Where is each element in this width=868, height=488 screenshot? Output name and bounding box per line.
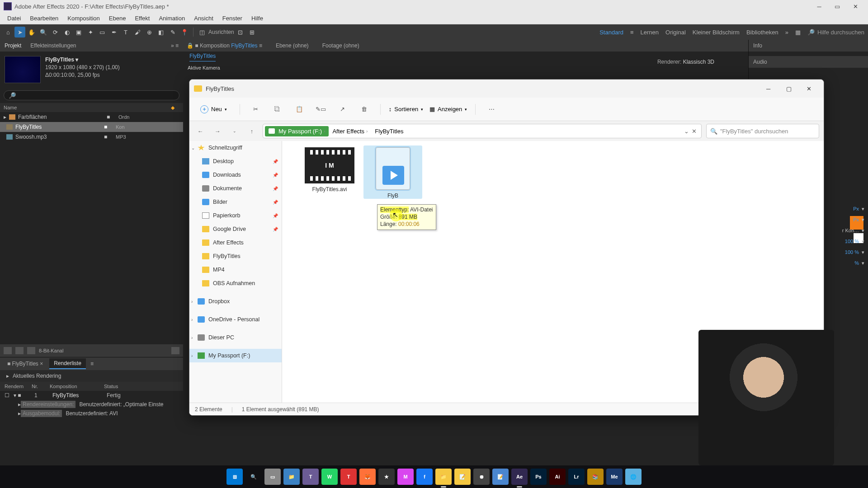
render-settings-row[interactable]: ▸ Rendereinstellungen: Benutzerdefiniert… <box>0 400 183 409</box>
crumb-after-effects[interactable]: After Effects› <box>329 126 371 136</box>
file-item-2[interactable]: FlyB <box>363 145 422 199</box>
view-button[interactable]: ▦ Anzeigen ▾ <box>429 106 467 113</box>
puppet-tool[interactable]: 📍 <box>179 27 190 38</box>
taskbar-icon-17[interactable]: Ai <box>549 469 566 485</box>
taskbar-icon-1[interactable]: 🔍 <box>245 469 262 485</box>
project-item-swoosh[interactable]: Swoosh.mp3 ■ MP3 <box>0 132 183 142</box>
sort-button[interactable]: ↕ Sortieren ▾ <box>389 106 423 113</box>
tab-audio[interactable]: Audio <box>749 56 868 68</box>
sidebar-googledrive[interactable]: Google Drive📌 <box>189 222 282 236</box>
explorer-close-button[interactable]: ✕ <box>799 81 819 96</box>
selection-tool[interactable]: ➤ <box>14 27 25 38</box>
sidebar-obs[interactable]: OBS Aufnahmen <box>189 277 282 290</box>
comp-subtab[interactable]: FlyByTitles <box>189 53 216 61</box>
type-tool[interactable]: T <box>120 27 131 38</box>
taskbar-icon-8[interactable]: ★ <box>378 469 395 485</box>
workspace-original[interactable]: Original <box>665 29 686 36</box>
renderer-indicator[interactable]: Renderer: Klassisch 3D <box>657 59 714 65</box>
taskbar-icon-6[interactable]: T <box>340 469 357 485</box>
project-item-flybytitles[interactable]: FlyByTitles ■ Kon <box>0 122 183 132</box>
help-search[interactable]: 🔎 Hilfe durchsuchen <box>807 29 864 36</box>
brush-tool[interactable]: 🖌 <box>132 27 143 38</box>
col-name[interactable]: Name <box>4 105 99 110</box>
eraser-tool[interactable]: ◧ <box>156 27 166 38</box>
share-button[interactable]: ↗ <box>335 102 350 117</box>
sidebar-pc[interactable]: ›Dieser PC <box>189 331 282 344</box>
ausrichten-label[interactable]: Ausrichten <box>208 29 234 35</box>
taskbar-icon-5[interactable]: W <box>321 469 338 485</box>
sidebar-downloads[interactable]: Downloads📌 <box>189 168 282 182</box>
new-comp-icon[interactable] <box>27 347 35 354</box>
tab-info[interactable]: Info <box>749 40 868 52</box>
camera-tool[interactable]: ▣ <box>73 27 84 38</box>
render-expand-icon[interactable]: ▸ <box>6 373 9 379</box>
tab-effekteinstellungen[interactable]: Effekteinstellungen <box>30 42 76 49</box>
recent-button[interactable]: ⌄ <box>228 125 241 137</box>
home-tool[interactable]: ⌂ <box>3 27 14 38</box>
ae-minimize-button[interactable]: ─ <box>810 0 828 13</box>
snap-opt2[interactable]: ⊞ <box>247 27 258 38</box>
hand-tool[interactable]: ✋ <box>26 27 37 38</box>
bit-depth[interactable]: 8-Bit-Kanal <box>39 348 63 353</box>
more-button[interactable]: ⋯ <box>484 102 499 117</box>
snap-opt1[interactable]: ⊡ <box>235 27 246 38</box>
ae-maximize-button[interactable]: ▭ <box>828 0 846 13</box>
trash-icon[interactable] <box>171 347 179 354</box>
menu-effekt[interactable]: Effekt <box>130 14 154 23</box>
menu-komposition[interactable]: Komposition <box>63 14 104 23</box>
taskbar-icon-18[interactable]: Lr <box>568 469 585 485</box>
tab-timeline-comp[interactable]: ■ FlyByTitles × <box>3 359 47 369</box>
paste-button[interactable]: 📋 <box>292 102 307 117</box>
back-button[interactable]: ← <box>194 125 207 137</box>
tab-footage[interactable]: Footage (ohne) <box>322 42 359 49</box>
snap-icon[interactable]: ◫ <box>197 27 208 38</box>
project-item-farbflaechen[interactable]: ▸ Farbflächen ■ Ordn <box>0 112 183 122</box>
explorer-maximize-button[interactable]: ▢ <box>778 81 799 96</box>
tab-projekt[interactable]: Projekt <box>5 42 21 49</box>
explorer-minimize-button[interactable]: ─ <box>758 81 778 96</box>
sidebar-after-effects[interactable]: After Effects <box>189 236 282 249</box>
taskbar-icon-10[interactable]: f <box>416 469 433 485</box>
pen-tool[interactable]: ✒ <box>108 27 119 38</box>
menu-animation[interactable]: Animation <box>154 14 189 23</box>
menu-bearbeiten[interactable]: Bearbeiten <box>25 14 63 23</box>
workspace-kleiner[interactable]: Kleiner Bildschirm <box>693 29 740 36</box>
zoom-tool[interactable]: 🔍 <box>38 27 49 38</box>
tab-ebene[interactable]: Ebene (ohne) <box>276 42 309 49</box>
delete-button[interactable]: 🗑 <box>357 102 372 117</box>
sidebar-bilder[interactable]: Bilder📌 <box>189 195 282 209</box>
panel-menu-icon[interactable]: » ≡ <box>171 42 179 49</box>
pan-behind-tool[interactable]: ✦ <box>85 27 96 38</box>
sidebar-flybytitles[interactable]: FlyByTitles <box>189 249 282 263</box>
clone-tool[interactable]: ⊕ <box>144 27 155 38</box>
crumb-drive[interactable]: My Passport (F:)› <box>265 126 329 136</box>
workspace-standard[interactable]: Standard <box>599 29 623 36</box>
explorer-search[interactable]: 🔍 "FlyByTitles" durchsuchen <box>706 124 819 138</box>
sidebar-papierkorb[interactable]: Papierkorb📌 <box>189 209 282 222</box>
sidebar-mp4[interactable]: MP4 <box>189 263 282 277</box>
roto-tool[interactable]: ✎ <box>167 27 178 38</box>
taskbar-icon-20[interactable]: Me <box>606 469 623 485</box>
shape-tool[interactable]: ▭ <box>97 27 108 38</box>
taskbar-icon-4[interactable]: T <box>302 469 319 485</box>
taskbar-icon-14[interactable]: 📝 <box>492 469 509 485</box>
workspace-bibliotheken[interactable]: Bibliotheken <box>746 29 778 36</box>
workspace-lernen[interactable]: Lernen <box>641 29 659 36</box>
taskbar-icon-16[interactable]: Ps <box>530 469 547 485</box>
new-button[interactable]: + Neu ▾ <box>196 103 231 116</box>
menu-hilfe[interactable]: Hilfe <box>247 14 268 23</box>
orbit-tool[interactable]: ⟳ <box>50 27 61 38</box>
rotate-tool[interactable]: ◐ <box>61 27 72 38</box>
comp-thumbnail[interactable] <box>5 56 41 83</box>
interpret-icon[interactable] <box>4 347 12 354</box>
output-module-row[interactable]: ▸ Ausgabemodul: Benutzerdefiniert: AVI <box>0 409 183 418</box>
taskbar-icon-13[interactable]: ⏺ <box>473 469 490 485</box>
rename-button[interactable]: ✎▭ <box>313 102 329 117</box>
sidebar-desktop[interactable]: Desktop📌 <box>189 155 282 168</box>
sidebar-onedrive[interactable]: ›OneDrive - Personal <box>189 313 282 326</box>
menu-ansicht[interactable]: Ansicht <box>189 14 218 23</box>
taskbar-icon-11[interactable]: 📁 <box>435 469 452 485</box>
taskbar-icon-19[interactable]: 📚 <box>587 469 604 485</box>
menu-fenster[interactable]: Fenster <box>218 14 247 23</box>
file-item-1[interactable]: I M FlyByTitles.avi <box>300 147 359 192</box>
